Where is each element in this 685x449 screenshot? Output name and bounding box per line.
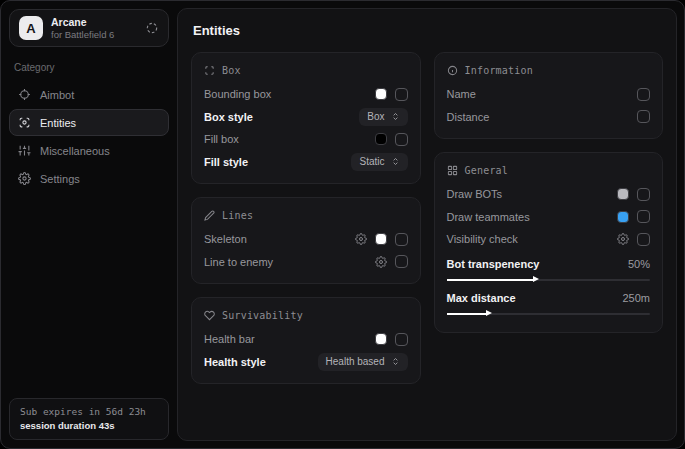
setting-label: Draw teammates bbox=[447, 211, 530, 223]
setting-label: Draw BOTs bbox=[447, 188, 503, 200]
pencil-line-icon bbox=[204, 210, 215, 221]
max-distance-slider[interactable] bbox=[447, 313, 651, 315]
color-swatch[interactable] bbox=[617, 211, 629, 223]
checkbox[interactable] bbox=[395, 133, 408, 146]
setting-row-distance: Distance bbox=[447, 106, 651, 129]
row-settings-gear-icon[interactable] bbox=[375, 256, 387, 268]
setting-row-box-style: Box style Box bbox=[204, 106, 408, 129]
sub-expiry-text: Sub expires in 56d 23h bbox=[20, 406, 158, 417]
checkbox[interactable] bbox=[637, 210, 650, 223]
card-title: Information bbox=[465, 65, 533, 76]
slider-value: 50% bbox=[628, 258, 650, 270]
session-duration-text: session duration 43s bbox=[20, 420, 158, 431]
setting-label: Distance bbox=[447, 111, 490, 123]
app-logo: A bbox=[19, 16, 43, 40]
general-card-header: General bbox=[447, 165, 651, 176]
crosshair-icon bbox=[18, 88, 31, 101]
checkbox[interactable] bbox=[637, 110, 650, 123]
chevrons-up-down-icon bbox=[391, 357, 400, 366]
sidebar-item-label: Aimbot bbox=[40, 89, 74, 101]
slider-value: 250m bbox=[622, 292, 650, 304]
setting-row-visibility-check: Visibility check bbox=[447, 228, 651, 251]
lines-card-header: Lines bbox=[204, 210, 408, 221]
row-settings-gear-icon[interactable] bbox=[617, 233, 629, 245]
checkbox[interactable] bbox=[637, 233, 650, 246]
dropdown-value: Health based bbox=[326, 356, 385, 367]
checkbox[interactable] bbox=[395, 88, 408, 101]
scan-eye-icon bbox=[18, 116, 31, 129]
lines-card: Lines Skeleton bbox=[191, 197, 421, 284]
dropdown-value: Static bbox=[359, 156, 384, 167]
color-swatch[interactable] bbox=[375, 233, 387, 245]
gear-icon bbox=[18, 172, 31, 185]
sidebar-item-label: Entities bbox=[40, 117, 76, 129]
setting-row-line-to-enemy: Line to enemy bbox=[204, 251, 408, 274]
setting-row-draw-teammates: Draw teammates bbox=[447, 206, 651, 229]
right-column: Information Name Distance bbox=[434, 52, 664, 333]
sidebar-item-settings[interactable]: Settings bbox=[9, 165, 169, 192]
setting-label: Bounding box bbox=[204, 88, 271, 100]
sidebar-item-entities[interactable]: Entities bbox=[9, 109, 169, 136]
box-card-header: Box bbox=[204, 65, 408, 76]
color-swatch[interactable] bbox=[375, 88, 387, 100]
setting-row-fill-box: Fill box bbox=[204, 128, 408, 151]
grid-icon bbox=[447, 165, 458, 176]
box-card: Box Bounding box Box style Box bbox=[191, 52, 421, 184]
general-card: General Draw BOTs Draw teammates bbox=[434, 152, 664, 333]
main-panel: Entities Box bbox=[177, 8, 677, 441]
color-swatch[interactable] bbox=[617, 188, 629, 200]
sync-icon[interactable] bbox=[145, 21, 159, 35]
checkbox[interactable] bbox=[395, 255, 408, 268]
color-swatch[interactable] bbox=[375, 333, 387, 345]
checkbox[interactable] bbox=[395, 233, 408, 246]
setting-label: Visibility check bbox=[447, 233, 518, 245]
checkbox[interactable] bbox=[637, 88, 650, 101]
slider-fill[interactable] bbox=[447, 279, 535, 281]
setting-label: Line to enemy bbox=[204, 256, 273, 268]
information-card-header: Information bbox=[447, 65, 651, 76]
setting-row-health-bar: Health bar bbox=[204, 328, 408, 351]
row-settings-gear-icon[interactable] bbox=[355, 233, 367, 245]
app-window: A Arcane for Battlefield 6 Category bbox=[0, 0, 685, 449]
card-title: Lines bbox=[222, 210, 253, 221]
sliders-icon bbox=[18, 144, 31, 157]
subscription-card: Sub expires in 56d 23h session duration … bbox=[9, 398, 169, 440]
slider-label: Max distance bbox=[447, 292, 516, 304]
setting-label: Health bar bbox=[204, 333, 255, 345]
app-text: Arcane for Battlefield 6 bbox=[51, 16, 137, 41]
bot-transparency-slider[interactable] bbox=[447, 279, 651, 281]
dropdown-value: Box bbox=[367, 111, 384, 122]
survivability-card-header: Survivability bbox=[204, 310, 408, 321]
app-subtitle: for Battlefield 6 bbox=[51, 29, 137, 41]
category-label: Category bbox=[14, 62, 164, 73]
sidebar-item-label: Miscellaneous bbox=[40, 145, 110, 157]
color-swatch[interactable] bbox=[375, 133, 387, 145]
fill-style-dropdown[interactable]: Static bbox=[351, 153, 407, 171]
setting-label: Name bbox=[447, 88, 476, 100]
checkbox[interactable] bbox=[395, 333, 408, 346]
box-corners-icon bbox=[204, 65, 215, 76]
page-title: Entities bbox=[193, 23, 666, 38]
chevrons-up-down-icon bbox=[391, 157, 400, 166]
information-card: Information Name Distance bbox=[434, 52, 664, 139]
setting-label: Fill box bbox=[204, 133, 239, 145]
left-column: Box Bounding box Box style Box bbox=[191, 52, 421, 384]
setting-label: Box style bbox=[204, 111, 253, 123]
setting-row-bounding-box: Bounding box bbox=[204, 83, 408, 106]
chevrons-up-down-icon bbox=[391, 112, 400, 121]
slider-label: Bot transpenency bbox=[447, 258, 540, 270]
heart-icon bbox=[204, 310, 215, 321]
checkbox[interactable] bbox=[637, 188, 650, 201]
setting-label: Health style bbox=[204, 356, 266, 368]
slider-fill[interactable] bbox=[447, 313, 488, 315]
sidebar: A Arcane for Battlefield 6 Category bbox=[1, 1, 177, 448]
sidebar-footer: Sub expires in 56d 23h session duration … bbox=[9, 398, 169, 440]
card-title: Box bbox=[222, 65, 241, 76]
sidebar-item-miscellaneous[interactable]: Miscellaneous bbox=[9, 137, 169, 164]
health-style-dropdown[interactable]: Health based bbox=[318, 353, 408, 371]
box-style-dropdown[interactable]: Box bbox=[359, 108, 407, 126]
app-card: A Arcane for Battlefield 6 bbox=[9, 9, 169, 47]
sidebar-item-label: Settings bbox=[40, 173, 80, 185]
setting-row-fill-style: Fill style Static bbox=[204, 151, 408, 174]
sidebar-item-aimbot[interactable]: Aimbot bbox=[9, 81, 169, 108]
